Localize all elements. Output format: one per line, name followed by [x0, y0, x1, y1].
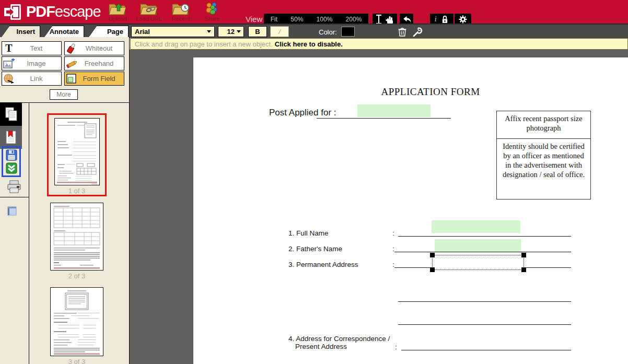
tab-insert-label: Insert: [1, 26, 40, 36]
more-tools-button[interactable]: More: [50, 89, 78, 100]
text-cursor-icon[interactable]: [375, 15, 382, 24]
link-tool-icon: [2, 73, 16, 85]
document-canvas: APPLICATION FORM Post Applied for : Affi…: [130, 50, 628, 364]
upload-folder-icon: [108, 2, 127, 15]
top-menu-bar: PDFescape Upload Load URL: [0, 0, 628, 25]
hand-pan-icon[interactable]: [386, 15, 394, 24]
notice-disable-link[interactable]: Click here to disable.: [275, 40, 343, 48]
field-full-name-label: 1. Full Name: [288, 229, 329, 237]
font-size-value: 12: [227, 28, 235, 36]
upload-label: Upload: [103, 16, 132, 22]
thumbnail-1-preview: [55, 119, 99, 185]
upload-button[interactable]: Upload: [103, 2, 132, 22]
field-correspondence-label-line2: Present Address: [295, 343, 347, 350]
pdfescape-door-icon: [4, 4, 22, 20]
tool-form-field-button[interactable]: Form Field: [64, 72, 124, 86]
bookmarks-view-button[interactable]: [0, 126, 22, 149]
italic-label: /: [278, 28, 281, 36]
thumbnail-page-2[interactable]: [50, 203, 103, 271]
font-size-select[interactable]: 12: [218, 26, 244, 37]
pdfescape-logo[interactable]: PDFescape: [4, 3, 101, 20]
load-url-button[interactable]: Load URL: [134, 2, 164, 22]
info-icon[interactable]: i: [435, 15, 437, 24]
field-correspondence-label-line1: 4. Address for Correspondence /: [288, 335, 390, 343]
photo-box-top-text: Affix recent passport size photograph: [497, 111, 590, 139]
brand-bold: PDF: [26, 3, 55, 20]
resize-handle-bottom-right[interactable]: [521, 267, 526, 272]
object-properties-wrench-icon[interactable]: [412, 27, 423, 37]
tool-link-button[interactable]: Link: [2, 72, 62, 86]
field-full-name-colon: :: [392, 229, 394, 237]
rail-divider: [0, 197, 29, 197]
post-applied-blank-line: [317, 111, 451, 119]
share-button[interactable]: Share: [197, 2, 227, 22]
recent-button[interactable]: Recent: [166, 2, 195, 22]
recent-folder-icon: [171, 2, 190, 15]
thumbnails-panel: 1 of 3 2 of 3: [29, 103, 130, 364]
page-thumbnails-view-button[interactable]: [0, 103, 22, 126]
zoom-level-bar: Fit 50% 100% 200%: [264, 14, 368, 25]
tool-freehand-button[interactable]: Freehand: [64, 56, 124, 71]
freehand-tool-icon: [65, 58, 78, 69]
pages-icon: [4, 107, 18, 122]
tool-whiteout-button[interactable]: Whiteout: [64, 41, 124, 55]
print-icon[interactable]: [6, 180, 22, 194]
tab-insert[interactable]: Insert: [1, 26, 40, 38]
tool-image-label: Image: [16, 60, 61, 67]
field-correspondence-colon: :: [395, 343, 397, 351]
tool-freehand-label: Freehand: [78, 60, 124, 67]
notice-message: Click and drag on page to insert a new o…: [135, 40, 273, 48]
thumbnail-1-caption: 1 of 3: [47, 187, 107, 195]
bold-label: B: [255, 28, 260, 36]
brand-light: escape: [55, 3, 101, 20]
zoom-100-button[interactable]: 100%: [315, 16, 335, 23]
insert-mode-notice[interactable]: Click and drag on page to insert a new o…: [130, 38, 628, 50]
undo-icon[interactable]: [402, 15, 412, 24]
field-permanent-address-label: 3. Permanent Address: [288, 261, 358, 268]
photo-box-bottom-text: Identity should be certified by an offic…: [497, 139, 590, 179]
font-size-caret-icon: [237, 30, 241, 33]
save-icon[interactable]: [6, 149, 17, 161]
correspondence-blank-line: [401, 343, 571, 350]
pdfescape-app: PDFescape Upload Load URL: [0, 0, 628, 364]
insert-tools-panel: T Text Whiteout: [0, 37, 130, 103]
thumbnail-2-preview: [51, 203, 103, 270]
zoom-200-button[interactable]: 200%: [344, 16, 364, 23]
zoom-fit-button[interactable]: Fit: [269, 16, 280, 23]
zoom-50-button[interactable]: 50%: [288, 16, 305, 23]
share-people-icon: [203, 2, 222, 15]
share-label: Share: [197, 16, 227, 22]
document-page-1[interactable]: APPLICATION FORM Post Applied for : Affi…: [193, 57, 628, 364]
cursor-mode-group: [373, 14, 397, 25]
resize-handle-top-left[interactable]: [430, 253, 435, 257]
thumbnail-page-1[interactable]: [54, 118, 100, 185]
resize-handle-bottom-left[interactable]: [430, 267, 435, 272]
tool-text-button[interactable]: T Text: [2, 41, 62, 55]
font-family-caret-icon: [207, 30, 211, 33]
field-fathers-name-label: 2. Father's Name: [288, 245, 342, 253]
view-label: View: [246, 15, 262, 24]
brand-text: PDFescape: [26, 3, 101, 20]
tool-whiteout-label: Whiteout: [78, 44, 124, 52]
bookmark-page-icon: [4, 130, 18, 145]
color-label: Color:: [319, 28, 337, 36]
bold-button[interactable]: B: [248, 26, 267, 37]
tool-text-label: Text: [16, 44, 61, 52]
tab-page[interactable]: Page: [88, 26, 129, 38]
tool-image-button[interactable]: Image: [2, 56, 62, 71]
form-field-tool-icon: [65, 74, 78, 84]
download-icon[interactable]: [6, 162, 17, 174]
delete-trash-icon[interactable]: [397, 27, 408, 37]
full-name-blank-line: [398, 229, 571, 237]
resize-handle-top-right[interactable]: [521, 253, 526, 257]
font-family-select[interactable]: Arial: [131, 26, 215, 37]
thumbnail-page-3[interactable]: [50, 287, 103, 356]
thumbnail-panel-icon[interactable]: [7, 206, 17, 216]
italic-button[interactable]: /: [270, 26, 289, 37]
load-url-folder-icon: [139, 2, 158, 15]
gear-icon[interactable]: [458, 15, 468, 24]
color-swatch[interactable]: [341, 27, 355, 37]
lock-icon[interactable]: [441, 15, 449, 24]
tab-annotate[interactable]: Annotate: [44, 26, 84, 38]
selected-form-field[interactable]: [432, 255, 524, 270]
